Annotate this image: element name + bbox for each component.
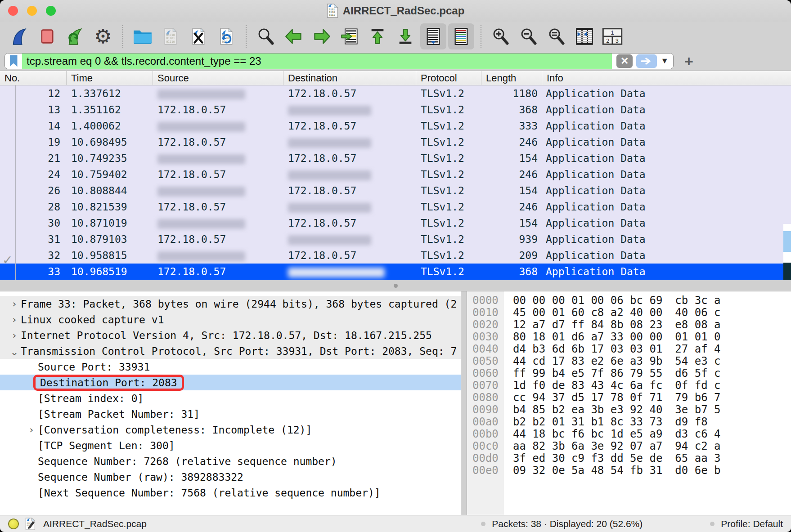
hex-row-0090[interactable]: 0090b4 85 b2 ea 3b e3 92 403e b7 5	[467, 403, 791, 416]
cell-no: 21	[0, 152, 67, 164]
column-header-length[interactable]: Length	[481, 71, 542, 85]
column-header-info[interactable]: Info	[542, 71, 791, 85]
cell-length: 368	[481, 266, 542, 277]
go-to-bottom-button[interactable]	[392, 23, 418, 49]
go-to-top-button[interactable]	[364, 23, 391, 49]
cell-time: 10.821539	[67, 201, 153, 213]
hex-row-0060[interactable]: 0060ff 99 b4 e5 7f 86 79 55d6 5f c	[467, 367, 791, 379]
packet-list-scrollbar[interactable]	[783, 224, 791, 280]
capture-comment-icon[interactable]: 01010110	[25, 518, 36, 530]
hex-row-00d0[interactable]: 00d03f ed 30 c9 f3 dd 5e de65 aa 3	[467, 452, 791, 464]
chevron-right-icon[interactable]: ›	[25, 424, 38, 435]
packet-row-19[interactable]: 1910.698495172.18.0.57TLSv1.2246Applicat…	[0, 134, 791, 150]
chevron-right-icon[interactable]: ›	[8, 330, 21, 341]
hex-row-0080[interactable]: 0080cc 94 37 d5 17 78 0f 7179 b6 7	[467, 391, 791, 403]
filter-history-caret-icon[interactable]: ▼	[661, 56, 669, 66]
detail-line-8[interactable]: ›[Conversation completeness: Incomplete …	[0, 422, 461, 438]
column-header-protocol[interactable]: Protocol	[416, 71, 481, 85]
resize-columns-button[interactable]	[571, 23, 598, 49]
chevron-right-icon[interactable]: ›	[8, 314, 21, 325]
detail-text: Destination Port: 2083	[33, 375, 184, 391]
hex-offset: 00e0	[467, 464, 504, 477]
detail-line-3[interactable]: ⌄Transmission Control Protocol, Src Port…	[0, 343, 461, 359]
detail-line-7[interactable]: [Stream Packet Number: 31]	[0, 406, 461, 422]
go-forward-button[interactable]	[309, 23, 335, 49]
hex-row-0000[interactable]: 000000 00 00 01 00 06 bc 69cb 3c a	[467, 294, 791, 306]
zoom-in-button[interactable]	[488, 23, 514, 49]
reload-file-button[interactable]: 010100110101110	[213, 23, 239, 49]
detail-line-6[interactable]: [Stream index: 0]	[0, 390, 461, 406]
hex-row-00e0[interactable]: 00e009 32 0e 5a 48 54 fb 31d0 6e b	[467, 464, 791, 476]
packet-row-12[interactable]: 121.337612172.18.0.57TLSv1.21180Applicat…	[0, 85, 791, 102]
chevron-right-icon[interactable]: ›	[8, 298, 21, 309]
hex-row-0020[interactable]: 002012 a7 d7 ff 84 8b 08 23e8 08 a	[467, 318, 791, 331]
detail-line-5[interactable]: Destination Port: 2083	[0, 375, 461, 390]
minimize-window-button[interactable]	[27, 6, 37, 16]
packet-row-13[interactable]: 131.351162172.18.0.57TLSv1.2368Applicati…	[0, 102, 791, 118]
column-header-no[interactable]: No.	[0, 71, 67, 85]
packet-row-21[interactable]: 2110.749235172.18.0.57TLSv1.2154Applicat…	[0, 150, 791, 166]
packet-row-24[interactable]: 2410.759402172.18.0.57TLSv1.2246Applicat…	[0, 166, 791, 183]
title-bar[interactable]: 010101100111 AIRRECT_RadSec.pcap	[0, 0, 791, 22]
zoom-window-button[interactable]	[46, 6, 56, 16]
detail-line-4[interactable]: Source Port: 33931	[0, 359, 461, 375]
packet-row-30[interactable]: 3010.871019172.18.0.57TLSv1.2154Applicat…	[0, 215, 791, 231]
profile-indicator[interactable]: Profile: Default	[721, 519, 783, 529]
packet-row-31[interactable]: 3110.879103172.18.0.57TLSv1.2939Applicat…	[0, 231, 791, 247]
chevron-down-icon[interactable]: ⌄	[8, 346, 21, 358]
hex-row-0010[interactable]: 001045 00 01 60 c8 a2 40 0040 06 c	[467, 306, 791, 318]
find-packet-icon	[257, 27, 275, 45]
packet-row-14[interactable]: 141.400062172.18.0.57TLSv1.2333Applicati…	[0, 118, 791, 134]
capture-options-button[interactable]: ⚙	[90, 23, 116, 49]
hex-row-0030[interactable]: 003080 18 01 d6 a7 33 00 0001 01 0	[467, 331, 791, 343]
close-file-button[interactable]	[185, 23, 211, 49]
auto-scroll-button[interactable]	[420, 23, 446, 49]
detail-line-0[interactable]: ›Frame 33: Packet, 368 bytes on wire (29…	[0, 296, 461, 312]
detail-line-2[interactable]: ›Internet Protocol Version 4, Src: 172.1…	[0, 327, 461, 343]
close-window-button[interactable]	[8, 6, 18, 16]
detail-line-11[interactable]: Sequence Number (raw): 3892883322	[0, 469, 461, 485]
detail-line-9[interactable]: [TCP Segment Len: 300]	[0, 438, 461, 453]
open-file-button[interactable]	[130, 23, 156, 49]
clear-filter-button[interactable]: ✕	[616, 54, 633, 68]
detail-line-12[interactable]: [Next Sequence Number: 7568 (relative se…	[0, 485, 461, 501]
pane-splitter[interactable]	[0, 280, 791, 291]
find-packet-button[interactable]	[253, 23, 279, 49]
packet-row-26[interactable]: 2610.808844172.18.0.57TLSv1.2154Applicat…	[0, 183, 791, 199]
packet-row-32[interactable]: 3210.958815172.18.0.57TLSv1.2209Applicat…	[0, 247, 791, 264]
stop-capture-button[interactable]	[34, 23, 60, 49]
column-header-destination[interactable]: Destination	[283, 71, 416, 85]
hex-row-00b0[interactable]: 00b044 18 bc f6 bc 1d e5 a9d3 c6 4	[467, 428, 791, 440]
hex-row-00c0[interactable]: 00c0aa 82 3b 6a 3e 92 07 a794 c2 a	[467, 440, 791, 452]
go-to-packet-button[interactable]	[337, 23, 363, 49]
detail-line-10[interactable]: Sequence Number: 7268 (relative sequence…	[0, 453, 461, 469]
expert-info-button[interactable]	[8, 519, 19, 529]
hex-row-0050[interactable]: 005044 cd 17 83 e2 6e a3 9b54 e3 c	[467, 355, 791, 367]
layout-123-button[interactable]: 123	[599, 23, 625, 49]
colorize-icon	[453, 27, 469, 45]
packet-row-33[interactable]: 3310.968519172.18.0.57TLSv1.2368Applicat…	[0, 264, 791, 280]
packet-counts: Packets: 38 · Displayed: 20 (52.6%)	[492, 519, 643, 529]
save-file-button[interactable]: 010100110101110	[157, 23, 184, 49]
packet-row-28[interactable]: 2810.821539172.18.0.57TLSv1.2246Applicat…	[0, 199, 791, 215]
hex-row-00a0[interactable]: 00a0b2 b2 01 31 b1 8c 33 73d9 f8	[467, 416, 791, 428]
filter-bookmark-button[interactable]	[5, 54, 22, 69]
add-filter-button-button[interactable]: +	[682, 54, 696, 68]
column-header-time[interactable]: Time	[67, 71, 153, 85]
detail-line-1[interactable]: ›Linux cooked capture v1	[0, 312, 461, 327]
colorize-button[interactable]	[448, 23, 474, 49]
display-filter-field[interactable]: tcp.stream eq 0 && tls.record.content_ty…	[4, 53, 674, 69]
zoom-original-button[interactable]	[544, 23, 570, 49]
hex-bytes: 45 00 01 60 c8 a2 40 00	[513, 306, 662, 319]
hex-row-0040[interactable]: 0040d4 b3 6d 6b 17 03 03 0127 af 4	[467, 343, 791, 355]
statusbar-filename[interactable]: AIRRECT_RadSec.pcap	[43, 519, 147, 529]
pane-divider[interactable]	[461, 291, 467, 515]
hex-row-0070[interactable]: 00701d f0 de 83 43 4c 6a fc0f fd c	[467, 379, 791, 391]
zoom-out-button[interactable]	[516, 23, 542, 49]
go-back-button[interactable]	[281, 23, 307, 49]
apply-filter-button[interactable]	[636, 54, 657, 68]
wireshark-fin-button[interactable]	[6, 23, 32, 49]
restart-capture-button[interactable]	[62, 23, 88, 49]
display-filter-input[interactable]: tcp.stream eq 0 && tls.record.content_ty…	[22, 54, 612, 69]
column-header-source[interactable]: Source	[153, 71, 283, 85]
